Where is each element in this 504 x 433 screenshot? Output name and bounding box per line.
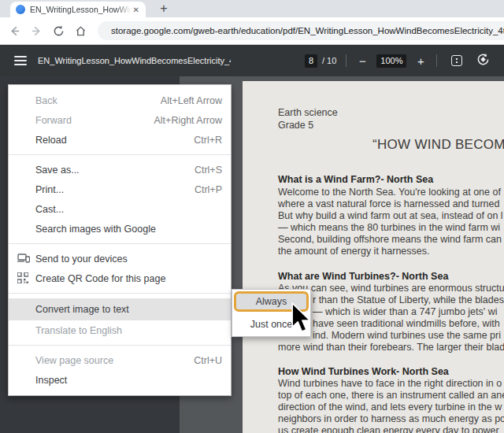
- mouse-cursor: [291, 302, 312, 334]
- doc-heading: How Wind Turbines Work- North Sea: [278, 366, 449, 377]
- home-button[interactable]: [69, 20, 91, 42]
- context-menu: Back Alt+Left Arrow Forward Alt+Right Ar…: [8, 84, 232, 396]
- divider: [436, 54, 437, 67]
- doc-line: where a vast natural force is harnessed …: [278, 198, 499, 209]
- menu-item-view-page-source[interactable]: View page source Ctrl+U: [9, 350, 231, 370]
- doc-line: have seen traditional windmills before, …: [313, 318, 500, 329]
- doc-line: Second, building offshore means the wind…: [278, 234, 502, 245]
- address-bar[interactable]: storage.google.com/gweb-earth/education/…: [98, 21, 504, 40]
- zoom-level[interactable]: 100%: [376, 54, 406, 68]
- browser-tab[interactable]: EN_WritingLesson_HowWindBec ✕: [10, 2, 146, 17]
- reload-button[interactable]: [47, 20, 69, 42]
- tab-strip: EN_WritingLesson_HowWindBec ✕ +: [0, 0, 504, 17]
- doc-line: us create enough clean energy every day …: [278, 425, 499, 433]
- doc-line: But why build a wind farm out at sea, in…: [278, 210, 503, 221]
- doc-line: the amount of energy it harnesses.: [278, 246, 429, 257]
- url-text: storage.google.com/gweb-earth/education/…: [111, 26, 504, 35]
- menu-item-cast[interactable]: Cast...: [9, 199, 231, 219]
- doc-line: — which means the 80 turbines in the win…: [278, 222, 500, 233]
- menu-separator: [9, 154, 231, 155]
- doc-heading: What is a Wind Farm?- North Sea: [278, 174, 433, 185]
- new-tab-button[interactable]: +: [156, 1, 172, 17]
- pdf-toolbar: EN_WritingLesson_HowWindBecomesElectrici…: [0, 45, 504, 76]
- doc-line: direction of the wind, and lets every tu…: [278, 402, 502, 413]
- pdf-title: EN_WritingLesson_HowWindBecomesElectrici…: [38, 56, 231, 65]
- menu-separator: [9, 345, 231, 346]
- doc-line: As you can see, wind turbines are enormo…: [278, 283, 504, 294]
- zoom-out-button[interactable]: −: [356, 54, 369, 68]
- doc-title: “HOW WIND BECOMES: [372, 137, 504, 153]
- doc-line: neighbors in order to harness as much en…: [278, 413, 504, 424]
- menu-item-save-as[interactable]: Save as... Ctrl+S: [9, 160, 231, 179]
- divider: [346, 54, 346, 67]
- page-number-input[interactable]: 8: [305, 54, 317, 68]
- back-button[interactable]: [3, 20, 25, 42]
- menu-item-back[interactable]: Back Alt+Left Arrow: [9, 91, 231, 110]
- menu-item-print[interactable]: Print... Ctrl+P: [9, 179, 231, 199]
- doc-line: r than the Statue of Liberty, while the …: [313, 294, 504, 305]
- menu-separator: [9, 293, 231, 294]
- pdf-page: Earth science Grade 5 “HOW WIND BECOMES …: [243, 81, 504, 433]
- doc-line: top of each one, there is an instrument …: [278, 390, 504, 401]
- browser-toolbar: storage.google.com/gweb-earth/education/…: [0, 17, 504, 45]
- menu-item-convert-image-to-text[interactable]: Convert image to text: [9, 298, 231, 320]
- doc-line: — which is wider than a 747 jumbo jets' …: [313, 306, 497, 317]
- menu-item-create-qr-code[interactable]: Create QR Code for this page: [9, 268, 231, 288]
- doc-meta: Earth science: [278, 107, 338, 118]
- page-total: / 10: [322, 56, 336, 65]
- menu-item-reload[interactable]: Reload Ctrl+R: [9, 130, 231, 150]
- tab-close-icon[interactable]: ✕: [132, 6, 141, 14]
- doc-line: ind. Modern wind turbines use the same p…: [313, 330, 501, 341]
- forward-button[interactable]: [25, 20, 47, 42]
- doc-line: Welcome to the North Sea. You're looking…: [278, 187, 501, 198]
- menu-item-inspect[interactable]: Inspect: [9, 370, 231, 390]
- tab-title: EN_WritingLesson_HowWindBec: [30, 5, 132, 14]
- zoom-in-button[interactable]: +: [414, 54, 427, 68]
- doc-line: more wind than their forebears. The larg…: [278, 342, 504, 353]
- doc-heading: What are Wind Turbines?- North Sea: [278, 271, 448, 282]
- menu-item-translate[interactable]: Translate to English: [9, 320, 231, 340]
- rotate-icon[interactable]: [476, 53, 490, 69]
- doc-line: Wind turbines have to face in the right …: [278, 378, 502, 389]
- fit-page-icon[interactable]: [451, 55, 462, 66]
- menu-hamburger-icon[interactable]: [14, 54, 27, 68]
- menu-item-forward[interactable]: Forward Alt+Right Arrow: [9, 110, 231, 130]
- doc-meta: Grade 5: [278, 120, 313, 131]
- qr-code-icon: [17, 272, 30, 285]
- menu-separator: [9, 243, 231, 244]
- menu-item-search-images[interactable]: Search images with Google: [9, 219, 231, 239]
- menu-item-send-to-devices[interactable]: Send to your devices: [9, 249, 231, 268]
- devices-icon: [17, 253, 30, 265]
- tab-favicon: [16, 5, 25, 14]
